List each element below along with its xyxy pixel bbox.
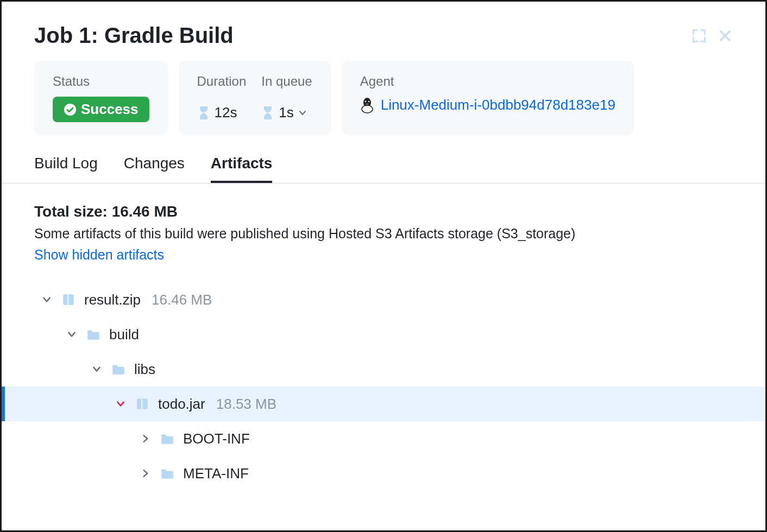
tab-build-log[interactable]: Build Log bbox=[34, 155, 98, 183]
tree-item-size: 16.46 MB bbox=[152, 292, 212, 308]
tree-row[interactable]: build bbox=[34, 317, 733, 352]
queue-value: 1s bbox=[279, 104, 293, 121]
tree-row[interactable]: libs bbox=[34, 352, 733, 387]
archive-icon bbox=[61, 293, 77, 307]
archive-icon bbox=[135, 397, 150, 411]
chevron-down-icon[interactable] bbox=[116, 399, 128, 409]
svg-point-4 bbox=[368, 100, 369, 102]
status-label: Status bbox=[53, 74, 149, 89]
tree-item-name: BOOT-INF bbox=[183, 430, 250, 447]
duration-card: Duration 12s In queue 1s bbox=[179, 61, 331, 135]
chevron-down-icon bbox=[298, 109, 307, 117]
artifacts-tree: result.zip16.46 MBbuildlibstodo.jar18.53… bbox=[34, 282, 733, 491]
chevron-down-icon[interactable] bbox=[92, 364, 104, 374]
agent-label: Agent bbox=[360, 74, 615, 89]
tree-item-size: 18.53 MB bbox=[216, 396, 276, 413]
agent-link[interactable]: Linux-Medium-i-0bdbb94d78d183e19 bbox=[381, 97, 615, 113]
check-circle-icon bbox=[64, 103, 77, 116]
hourglass-icon bbox=[261, 105, 274, 121]
svg-rect-5 bbox=[63, 294, 74, 305]
folder-icon bbox=[160, 466, 175, 480]
status-value: Success bbox=[81, 101, 139, 118]
storage-note: Some artifacts of this build were publis… bbox=[34, 226, 733, 242]
tree-row[interactable]: BOOT-INF bbox=[34, 421, 733, 456]
duration-value: 12s bbox=[215, 104, 237, 121]
chevron-right-icon[interactable] bbox=[141, 434, 153, 444]
tree-item-name: todo.jar bbox=[158, 396, 205, 413]
tree-row[interactable]: todo.jar18.53 MB bbox=[2, 387, 765, 421]
agent-card: Agent Linux-Medium-i-0bdbb94d78d183e19 bbox=[342, 61, 634, 135]
page-title: Job 1: Gradle Build bbox=[34, 23, 234, 48]
tree-item-name: libs bbox=[134, 361, 155, 378]
total-size: Total size: 16.46 MB bbox=[34, 203, 733, 220]
status-badge: Success bbox=[53, 97, 149, 122]
svg-point-3 bbox=[364, 100, 366, 102]
queue-dropdown[interactable]: 1s bbox=[261, 104, 312, 121]
linux-icon bbox=[360, 97, 374, 113]
tab-artifacts[interactable]: Artifacts bbox=[211, 155, 273, 183]
tree-row[interactable]: META-INF bbox=[34, 456, 733, 491]
queue-label: In queue bbox=[261, 74, 312, 89]
chevron-down-icon[interactable] bbox=[42, 295, 54, 305]
tree-item-name: build bbox=[109, 326, 139, 343]
folder-icon bbox=[86, 327, 102, 341]
svg-point-2 bbox=[362, 105, 373, 113]
show-hidden-link[interactable]: Show hidden artifacts bbox=[34, 247, 733, 263]
tabs: Build Log Changes Artifacts bbox=[2, 135, 765, 183]
chevron-right-icon[interactable] bbox=[141, 468, 153, 478]
folder-icon bbox=[111, 362, 127, 376]
tree-row[interactable]: result.zip16.46 MB bbox=[34, 282, 733, 317]
close-icon[interactable] bbox=[718, 28, 733, 43]
tab-changes[interactable]: Changes bbox=[124, 155, 185, 183]
fullscreen-icon[interactable] bbox=[691, 28, 707, 43]
svg-rect-6 bbox=[137, 398, 148, 409]
duration-label: Duration bbox=[197, 74, 247, 89]
folder-icon bbox=[160, 432, 175, 446]
status-card: Status Success bbox=[34, 61, 168, 135]
hourglass-icon bbox=[197, 105, 210, 121]
tree-item-name: META-INF bbox=[183, 465, 249, 482]
tree-item-name: result.zip bbox=[84, 292, 141, 308]
chevron-down-icon[interactable] bbox=[67, 330, 79, 339]
